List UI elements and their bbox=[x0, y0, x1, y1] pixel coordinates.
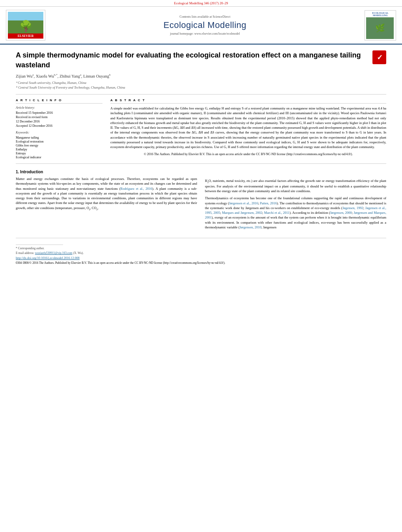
and-text: and bbox=[27, 177, 32, 181]
jogensen-1992-ref[interactable]: Jøgensen, 1992 bbox=[342, 206, 363, 210]
revised-label: Received in revised form bbox=[16, 115, 102, 119]
paper-content: A simple thermodynamic model for evaluat… bbox=[0, 44, 402, 271]
marchi-ref[interactable]: Marchi et al., 2011 bbox=[264, 211, 290, 215]
doi-link[interactable]: http://dx.doi.org/10.1016/j.ecolmodel.20… bbox=[16, 256, 80, 260]
journal-header: 🌳 ELSEVIER Contents lists available at S… bbox=[0, 7, 402, 44]
email-link[interactable]: wuxiaofu530911@vip.163.com bbox=[35, 251, 73, 255]
crossmark-icon: ✓ bbox=[372, 50, 386, 64]
keyword-5: Entropy bbox=[16, 152, 102, 155]
intro-col1: Matter and energy exchanges constitute t… bbox=[16, 176, 197, 211]
intro-col2: H2O, nutrients, metal toxicity, etc.) ar… bbox=[205, 170, 386, 230]
marques-ref[interactable]: Marques and Jørgensen, 2002 bbox=[222, 211, 262, 215]
received-date: Received 15 September 2016 bbox=[16, 111, 102, 115]
sciencedirect-text: Contents lists available at ScienceDirec… bbox=[53, 15, 357, 19]
eco-modelling-logo: ECOLOGICAL MODELLING 🌿 bbox=[365, 10, 396, 41]
intro-col2-p2: Thermodynamics of ecosystems has become … bbox=[205, 196, 386, 230]
article-info-col: A R T I C L E I N F O Article history: R… bbox=[16, 98, 102, 159]
jorgensen-2016-ref[interactable]: Jørgensen et al., 2016 bbox=[229, 201, 258, 205]
email-suffix: (X. Wu). bbox=[73, 251, 84, 255]
divider-1 bbox=[16, 94, 386, 95]
eco-logo-image: 🌿 bbox=[366, 17, 394, 39]
body-col-right: H2O, nutrients, metal toxicity, etc.) ar… bbox=[205, 170, 386, 232]
keyword-3: Gibbs free energy bbox=[16, 144, 102, 147]
license-text: 0304-3800/© 2016 The Authors. Published … bbox=[16, 261, 225, 265]
email-label: E-mail address: bbox=[16, 251, 34, 255]
keyword-1: Manganese tailing bbox=[16, 136, 102, 139]
email-note: E-mail address: wuxiaofu530911@vip.163.c… bbox=[16, 251, 386, 255]
journal-center: Contents lists available at ScienceDirec… bbox=[45, 15, 365, 35]
affiliation-a: ᵃ Central South university, Changsha, Hu… bbox=[16, 81, 386, 85]
corresponding-text: * Corresponding author. bbox=[16, 247, 45, 250]
abstract-col: A B S T R A C T A simple model was estab… bbox=[110, 98, 386, 159]
footer-license: 0304-3800/© 2016 The Authors. Published … bbox=[16, 261, 386, 265]
accepted-date: Accepted 12 December 2016 bbox=[16, 124, 102, 128]
abstract-text: A simple model was established for calcu… bbox=[110, 106, 386, 156]
affiliation-b: ᵇ Central South University of Forestry a… bbox=[16, 85, 386, 89]
article-info-heading: A R T I C L E I N F O bbox=[16, 98, 102, 104]
affiliations: ᵃ Central South university, Changsha, Hu… bbox=[16, 81, 386, 89]
keyword-6: Ecological indicator bbox=[16, 156, 102, 159]
banner-text: Ecological Modelling 346 (2017) 20–29 bbox=[174, 1, 228, 5]
patten-ref[interactable]: Patten, 2016 bbox=[260, 201, 277, 205]
abstract-heading: A B S T R A C T bbox=[110, 98, 386, 104]
crossmark-container: ✓ bbox=[372, 50, 386, 64]
journal-banner: Ecological Modelling 346 (2017) 20–29 bbox=[0, 0, 402, 7]
revised-date: 12 December 2016 bbox=[16, 120, 102, 123]
keywords-label: Keywords: bbox=[16, 131, 102, 134]
svg-text:✓: ✓ bbox=[376, 54, 382, 61]
title-section: A simple thermodynamic model for evaluat… bbox=[16, 50, 386, 70]
divider-2 bbox=[16, 163, 386, 164]
journal-homepage: journal homepage: www.elsevier.com/locat… bbox=[53, 32, 357, 35]
intro-col2-p1: H2O, nutrients, metal toxicity, etc.) ar… bbox=[205, 178, 386, 193]
journal-title: Ecological Modelling bbox=[53, 20, 357, 30]
elsevier-tree-image: 🌳 bbox=[8, 12, 43, 33]
rodriguez-ref[interactable]: Rodríguez et al., 2016 bbox=[121, 187, 153, 191]
elsevier-logo: 🌳 ELSEVIER bbox=[6, 10, 45, 41]
history-label: Article history: bbox=[16, 106, 102, 109]
info-abstract-cols: A R T I C L E I N F O Article history: R… bbox=[16, 98, 386, 159]
intro-p1: Matter and energy exchanges constitute t… bbox=[16, 176, 197, 211]
footer-divider bbox=[16, 245, 63, 245]
body-col-left: 1. Introduction Matter and energy exchan… bbox=[16, 170, 197, 232]
paper-title: A simple thermodynamic model for evaluat… bbox=[16, 50, 368, 70]
elsevier-name-label: ELSEVIER bbox=[8, 33, 43, 39]
intro-heading: 1. Introduction bbox=[16, 170, 197, 174]
keyword-4: Enthalpy bbox=[16, 148, 102, 151]
eco-modelling-label: ECOLOGICAL MODELLING bbox=[366, 12, 395, 17]
keyword-2: Ecological restoration bbox=[16, 140, 102, 143]
authors: Zijian Wua, Xiaofu Wub,*, Zhihui Yanga, … bbox=[16, 73, 386, 78]
corresponding-note: * Corresponding author. bbox=[16, 247, 386, 250]
jorgensen-2000-ref[interactable]: Jørgensen, 2000 bbox=[330, 211, 352, 215]
paper-footer: * Corresponding author. E-mail address: … bbox=[16, 238, 386, 265]
keywords-list: Manganese tailing Ecological restoration… bbox=[16, 136, 102, 159]
abstract-paragraph: A simple model was established for calcu… bbox=[110, 106, 386, 150]
abstract-copyright: © 2016 The Authors. Published by Elsevie… bbox=[110, 152, 386, 157]
body-cols: 1. Introduction Matter and energy exchan… bbox=[16, 170, 386, 232]
jorgensen-2010-ref[interactable]: Jørgensen, 2010 bbox=[240, 225, 261, 229]
